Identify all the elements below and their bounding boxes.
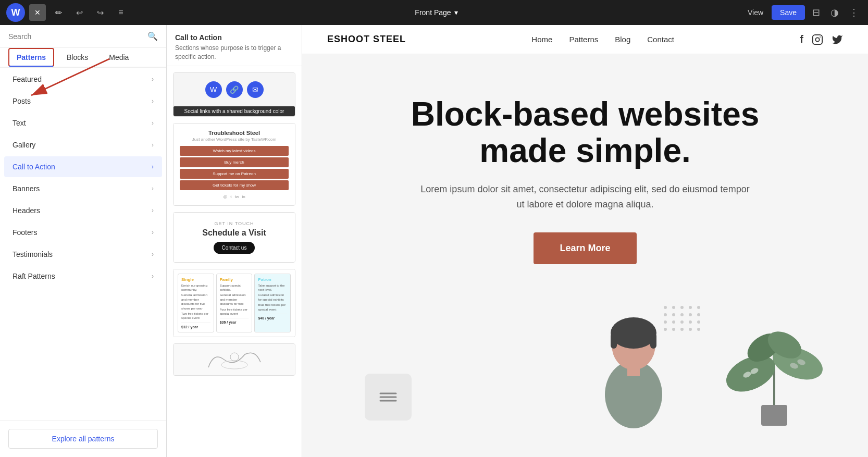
svg-rect-15	[627, 366, 640, 376]
pricing-tier-patron-label: Take support to the next level.	[258, 283, 287, 292]
facebook-nav-icon[interactable]: f	[800, 33, 803, 45]
sidebar-item-featured[interactable]: Featured ›	[4, 69, 162, 90]
schedule-card-preview: GET IN TOUCH Schedule a Visit Contact us	[173, 213, 295, 262]
sidebar-item-banners[interactable]: Banners ›	[4, 178, 162, 199]
troubleshoot-btn-2: Buy merch	[180, 157, 289, 167]
plant-illustration	[722, 306, 826, 431]
contrast-icon[interactable]: ◑	[827, 5, 842, 20]
search-icon[interactable]: 🔍	[147, 31, 158, 41]
chevron-right-icon: ›	[152, 163, 154, 170]
sidebar-tabs: Patterns Blocks Media	[0, 48, 166, 68]
social-icons-row: W 🔗 ✉	[205, 81, 264, 98]
sketch-card-preview	[173, 344, 295, 375]
pricing-tier-patron-f1: Curated admission for special exhibits	[258, 293, 287, 302]
sidebar-item-testimonials[interactable]: Testimonials ›	[4, 244, 162, 265]
wordpress-logo[interactable]: W	[6, 3, 25, 22]
instagram-nav-icon[interactable]	[812, 34, 823, 45]
nav-link-blog[interactable]: Blog	[615, 35, 630, 44]
nav-link-contact[interactable]: Contact	[647, 35, 674, 44]
sidebar-item-text[interactable]: Text ›	[4, 113, 162, 133]
sidebar-toggle-icon[interactable]: ⊟	[809, 5, 823, 20]
chevron-right-icon: ›	[152, 185, 154, 192]
sidebar-item-posts[interactable]: Posts ›	[4, 91, 162, 112]
site-content: ESHOOT STEEL Home Patterns Blog Contact …	[302, 25, 868, 457]
close-button[interactable]: ✕	[29, 4, 46, 21]
pattern-card-social-links[interactable]: W 🔗 ✉ Social links with a shared backgro…	[173, 72, 295, 117]
site-logo: ESHOOT STEEL	[327, 34, 406, 45]
pricing-tier-patron-price: $48 / year	[258, 314, 287, 320]
list-view-button[interactable]: ≡	[113, 4, 129, 21]
redo-button[interactable]: ↪	[92, 4, 108, 21]
pricing-card-preview: Single Enrich our growing community. Gen…	[173, 269, 295, 337]
sidebar-item-headers[interactable]: Headers ›	[4, 200, 162, 221]
hero-description: Lorem ipsum dolor sit amet, consectetur …	[416, 182, 754, 212]
pricing-tier-family-f2: Four free tickets per special event	[220, 307, 249, 316]
undo-button[interactable]: ↩	[71, 4, 88, 21]
page-title-button[interactable]: Front Page ▾	[415, 8, 457, 17]
sidebar-item-gallery[interactable]: Gallery ›	[4, 134, 162, 155]
pricing-tier-family: Family Support special exhibits. General…	[216, 274, 253, 332]
schedule-contact-btn: Contact us	[214, 242, 255, 254]
link-social-icon: 🔗	[226, 81, 243, 98]
toolbar-right: View Save ⊟ ◑ ⋮	[743, 5, 862, 20]
sidebar: 🔍 Patterns Blocks Media Featured › Posts…	[0, 25, 167, 457]
pricing-tier-single: Single Enrich our growing community. Gen…	[178, 274, 214, 332]
schedule-title: Schedule a Visit	[182, 228, 287, 238]
chevron-right-icon: ›	[152, 229, 154, 236]
troubleshoot-site-url: Just another WordPress site by TasteWP.c…	[180, 137, 289, 142]
svg-point-5	[815, 38, 819, 41]
hero-title: Block-based websites made simple.	[403, 96, 767, 169]
svg-point-6	[820, 36, 821, 38]
pricing-tier-patron-title: Patron	[258, 277, 287, 282]
chevron-right-icon: ›	[152, 119, 154, 127]
patterns-panel-description: Sections whose purpose is to trigger a s…	[175, 44, 293, 61]
site-preview: ESHOOT STEEL Home Patterns Blog Contact …	[302, 25, 868, 457]
pattern-card-pricing[interactable]: Single Enrich our growing community. Gen…	[173, 269, 295, 337]
site-nav: ESHOOT STEEL Home Patterns Blog Contact …	[302, 25, 868, 54]
chevron-right-icon: ›	[152, 207, 154, 214]
pricing-tier-single-label: Enrich our growing community.	[181, 283, 210, 292]
patterns-panel-header: Call to Action Sections whose purpose is…	[167, 25, 302, 66]
pattern-card-schedule[interactable]: GET IN TOUCH Schedule a Visit Contact us	[173, 212, 295, 263]
pattern-card-troubleshoot[interactable]: Troubleshoot Steel Just another WordPres…	[173, 123, 295, 206]
sidebar-item-call-to-action[interactable]: Call to Action ›	[4, 156, 162, 177]
email-social-icon: ✉	[247, 81, 264, 98]
patterns-panel-title: Call to Action	[175, 33, 293, 42]
more-options-icon[interactable]: ⋮	[846, 5, 862, 20]
pricing-tier-single-title: Single	[181, 277, 210, 282]
pricing-tier-family-title: Family	[220, 277, 249, 282]
chevron-right-icon: ›	[152, 251, 154, 258]
pencil-icon[interactable]: ✏	[50, 4, 67, 21]
illustration-area	[302, 295, 868, 431]
pricing-tier-single-price: $12 / year	[181, 323, 210, 329]
sidebar-item-raft-patterns[interactable]: Raft Patterns ›	[4, 266, 162, 287]
hero-cta-button[interactable]: Learn More	[534, 232, 636, 264]
tab-blocks[interactable]: Blocks	[58, 48, 96, 67]
explore-all-patterns-button[interactable]: Explore all patterns	[8, 429, 158, 449]
twitter-nav-icon[interactable]	[832, 34, 843, 45]
pattern-card-sketch[interactable]	[173, 343, 295, 376]
sidebar-item-footers[interactable]: Footers ›	[4, 222, 162, 243]
svg-rect-16	[761, 405, 787, 426]
search-bar: 🔍	[0, 25, 166, 48]
tab-media[interactable]: Media	[101, 48, 137, 67]
save-button[interactable]: Save	[772, 5, 805, 20]
pricing-tier-family-f1: General admission and member discounts f…	[220, 293, 249, 306]
view-button[interactable]: View	[743, 6, 767, 19]
person-illustration	[581, 295, 686, 431]
main-area: 🔍 Patterns Blocks Media Featured › Posts…	[0, 25, 868, 457]
tab-patterns[interactable]: Patterns	[8, 48, 54, 67]
pricing-tier-patron: Patron Take support to the next level. C…	[254, 274, 291, 332]
nav-link-patterns[interactable]: Patterns	[569, 35, 598, 44]
sketch-illustration	[203, 347, 266, 373]
chevron-right-icon: ›	[152, 141, 154, 149]
nav-link-home[interactable]: Home	[531, 35, 552, 44]
troubleshoot-social-footer: @ttwin	[180, 194, 289, 199]
search-input[interactable]	[8, 32, 143, 41]
troubleshoot-card-preview: Troubleshoot Steel Just another WordPres…	[173, 123, 295, 205]
svg-rect-4	[813, 34, 822, 44]
svg-rect-13	[611, 333, 617, 349]
pricing-tier-family-price: $36 / year	[220, 318, 249, 324]
pricing-tier-single-f2: Two free tickets per special event	[181, 312, 210, 320]
chevron-right-icon: ›	[152, 76, 154, 83]
